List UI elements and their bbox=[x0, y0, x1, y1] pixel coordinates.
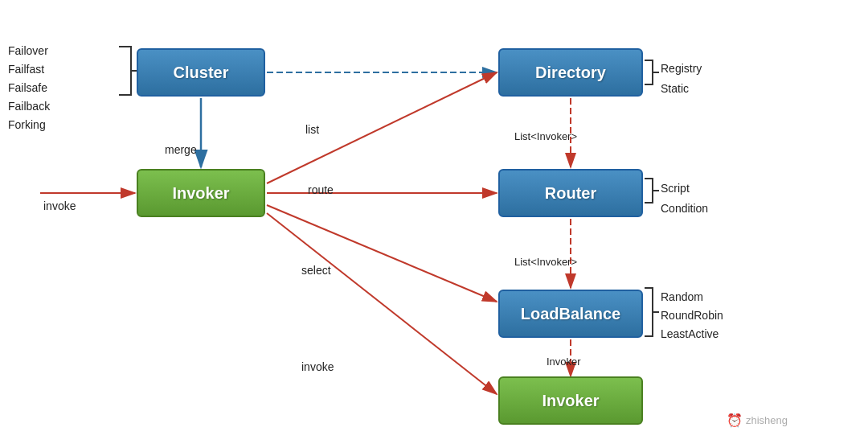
directory-label: Directory bbox=[535, 64, 606, 82]
label-forking: Forking bbox=[8, 116, 50, 134]
label-script: Script bbox=[661, 179, 708, 199]
invoker-top-label: Invoker bbox=[172, 184, 229, 203]
svg-line-11 bbox=[267, 72, 497, 183]
arrows-svg bbox=[0, 0, 868, 444]
watermark: ⏰ zhisheng bbox=[727, 413, 788, 428]
invoker-bottom-node: Invoker bbox=[498, 376, 643, 425]
right-loadbalance-labels: Random RoundRobin LeastActive bbox=[661, 288, 723, 343]
label-registry: Registry bbox=[661, 59, 702, 79]
label-failback: Failback bbox=[8, 97, 50, 116]
cluster-node: Cluster bbox=[137, 48, 265, 97]
invoker-bottom-label: Invoker bbox=[542, 392, 599, 410]
label-random: Random bbox=[661, 288, 723, 306]
label-failsafe: Failsafe bbox=[8, 79, 50, 97]
loadbalance-node: LoadBalance bbox=[498, 290, 643, 338]
label-failover: Failover bbox=[8, 42, 50, 60]
label-failfast: Failfast bbox=[8, 60, 50, 79]
right-router-labels: Script Condition bbox=[661, 179, 708, 219]
label-roundrobin: RoundRobin bbox=[661, 306, 723, 325]
left-cluster-labels: Failover Failfast Failsafe Failback Fork… bbox=[8, 42, 50, 134]
router-node: Router bbox=[498, 169, 643, 217]
router-label: Router bbox=[545, 184, 596, 203]
loadbalance-label: LoadBalance bbox=[521, 305, 620, 323]
label-leastactive: LeastActive bbox=[661, 325, 723, 343]
directory-node: Directory bbox=[498, 48, 643, 97]
watermark-icon: ⏰ bbox=[727, 413, 743, 428]
watermark-text: zhisheng bbox=[746, 414, 788, 426]
right-directory-labels: Registry Static bbox=[661, 59, 702, 99]
label-static: Static bbox=[661, 79, 702, 99]
diagram-container: Cluster Invoker Directory Router LoadBal… bbox=[0, 0, 868, 444]
label-invoker-ref: Invoker bbox=[547, 356, 581, 368]
label-invoke-bottom: invoke bbox=[301, 360, 334, 373]
label-route: route bbox=[308, 183, 334, 196]
label-list-invoker-1: List<Invoker> bbox=[514, 130, 577, 142]
label-invoke-left: invoke bbox=[43, 199, 76, 212]
cluster-label: Cluster bbox=[174, 64, 229, 82]
invoker-top-node: Invoker bbox=[137, 169, 265, 217]
label-merge: merge bbox=[165, 143, 197, 156]
label-select: select bbox=[301, 264, 331, 277]
label-list: list bbox=[305, 123, 319, 136]
label-condition: Condition bbox=[661, 199, 708, 219]
svg-line-13 bbox=[267, 205, 497, 302]
label-list-invoker-2: List<Invoker> bbox=[514, 256, 577, 268]
